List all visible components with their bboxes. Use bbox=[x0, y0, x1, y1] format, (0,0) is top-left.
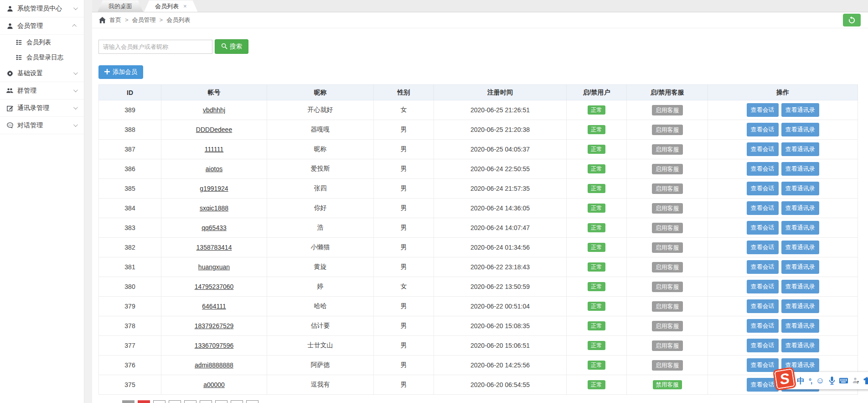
view-session-button[interactable]: 查看会话 bbox=[747, 319, 779, 333]
chinese-mode-icon[interactable]: 中 bbox=[797, 376, 805, 386]
page-button-5[interactable] bbox=[200, 400, 212, 403]
page-button-7[interactable] bbox=[231, 400, 243, 403]
view-session-button[interactable]: 查看会话 bbox=[747, 358, 779, 372]
page-prev-button[interactable] bbox=[122, 400, 134, 403]
view-contacts-button[interactable]: 查看通讯录 bbox=[781, 103, 819, 117]
user-status-badge[interactable]: 正常 bbox=[588, 380, 605, 390]
view-session-button[interactable]: 查看会话 bbox=[747, 299, 779, 313]
account-link[interactable]: 13367097596 bbox=[195, 342, 234, 349]
view-session-button[interactable]: 查看会话 bbox=[747, 221, 779, 235]
cs-status-badge[interactable]: 启用客服 bbox=[652, 282, 683, 292]
punctuation-icon[interactable]: °, bbox=[809, 377, 811, 385]
cs-status-badge[interactable]: 启用客服 bbox=[652, 105, 683, 115]
view-contacts-button[interactable]: 查看通讯录 bbox=[781, 162, 819, 176]
account-link[interactable]: a00000 bbox=[203, 381, 225, 388]
sidebar-item-2[interactable]: 会员列表 bbox=[0, 35, 84, 50]
view-session-button[interactable]: 查看会话 bbox=[747, 182, 779, 195]
search-button[interactable]: 搜索 bbox=[215, 39, 248, 54]
cs-status-badge[interactable]: 启用客服 bbox=[652, 301, 683, 312]
view-session-button[interactable]: 查看会话 bbox=[747, 241, 779, 254]
add-member-button[interactable]: 添加会员 bbox=[98, 65, 143, 79]
user-status-badge[interactable]: 正常 bbox=[588, 105, 605, 115]
view-contacts-button[interactable]: 查看通讯录 bbox=[781, 241, 819, 254]
view-contacts-button[interactable]: 查看通讯录 bbox=[781, 299, 819, 313]
account-link[interactable]: vbdhhhj bbox=[203, 106, 225, 114]
cs-status-badge[interactable]: 启用客服 bbox=[652, 340, 683, 351]
sidebar-item-7[interactable]: 对话管理 bbox=[0, 117, 84, 134]
cs-status-badge[interactable]: 启用客服 bbox=[652, 164, 683, 174]
account-link[interactable]: 111111 bbox=[205, 146, 224, 153]
cs-status-badge[interactable]: 启用客服 bbox=[652, 203, 683, 214]
account-link[interactable]: 6464111 bbox=[202, 303, 226, 310]
sidebar-item-1[interactable]: 会员管理 bbox=[0, 17, 84, 35]
view-contacts-button[interactable]: 查看通讯录 bbox=[781, 339, 819, 352]
cs-status-badge[interactable]: 启用客服 bbox=[652, 262, 683, 272]
sogou-logo[interactable]: S bbox=[773, 367, 797, 391]
view-contacts-button[interactable]: 查看通讯录 bbox=[781, 182, 819, 195]
view-session-button[interactable]: 查看会话 bbox=[747, 123, 779, 136]
user-status-badge[interactable]: 正常 bbox=[588, 184, 605, 194]
view-contacts-button[interactable]: 查看通讯录 bbox=[781, 260, 819, 274]
account-link[interactable]: 1358783414 bbox=[196, 244, 232, 251]
page-current-button[interactable] bbox=[138, 400, 150, 403]
user-status-badge[interactable]: 正常 bbox=[588, 164, 605, 174]
view-session-button[interactable]: 查看会话 bbox=[747, 162, 779, 176]
account-link[interactable]: huangxuan bbox=[198, 263, 230, 271]
tab-0[interactable]: 我的桌面 bbox=[98, 0, 143, 12]
view-session-button[interactable]: 查看会话 bbox=[747, 260, 779, 274]
page-button-6[interactable] bbox=[215, 400, 227, 403]
user-status-badge[interactable]: 正常 bbox=[588, 125, 605, 135]
user-status-badge[interactable]: 正常 bbox=[588, 282, 605, 292]
account-link[interactable]: sxqic1888 bbox=[200, 204, 228, 212]
search-input[interactable] bbox=[98, 40, 212, 54]
breadcrumb-link-1[interactable]: 会员管理 bbox=[132, 16, 156, 23]
view-session-button[interactable]: 查看会话 bbox=[747, 280, 779, 293]
user-status-badge[interactable]: 正常 bbox=[588, 302, 605, 311]
account-link[interactable]: 18379267529 bbox=[195, 322, 234, 330]
page-button-3[interactable] bbox=[169, 400, 181, 403]
user-status-badge[interactable]: 正常 bbox=[588, 341, 605, 351]
view-contacts-button[interactable]: 查看通讯录 bbox=[781, 142, 819, 156]
page-button-4[interactable] bbox=[184, 400, 196, 403]
view-session-button[interactable]: 查看会话 bbox=[747, 142, 779, 156]
sidebar-item-6[interactable]: 通讯录管理 bbox=[0, 99, 84, 117]
user-status-badge[interactable]: 正常 bbox=[588, 361, 605, 370]
user-status-badge[interactable]: 正常 bbox=[588, 204, 605, 213]
emoji-icon[interactable]: ☺ bbox=[816, 376, 824, 386]
page-button-2[interactable] bbox=[153, 400, 165, 403]
view-session-button[interactable]: 查看会话 bbox=[747, 103, 779, 117]
view-contacts-button[interactable]: 查看通讯录 bbox=[781, 123, 819, 136]
user-status-badge[interactable]: 正常 bbox=[588, 243, 605, 252]
view-session-button[interactable]: 查看会话 bbox=[747, 201, 779, 215]
cs-status-badge[interactable]: 启用客服 bbox=[652, 144, 683, 155]
view-session-button[interactable]: 查看会话 bbox=[747, 378, 779, 392]
cs-status-badge[interactable]: 启用客服 bbox=[652, 242, 683, 253]
page-button-8[interactable] bbox=[246, 400, 258, 403]
cs-status-badge[interactable]: 启用客服 bbox=[652, 360, 683, 371]
wardrobe-icon[interactable] bbox=[863, 377, 868, 384]
view-contacts-button[interactable]: 查看通讯录 bbox=[781, 221, 819, 235]
view-contacts-button[interactable]: 查看通讯录 bbox=[781, 201, 819, 215]
view-contacts-button[interactable]: 查看通讯录 bbox=[781, 280, 819, 293]
cs-status-badge[interactable]: 禁用客服 bbox=[653, 380, 682, 390]
sidebar-item-0[interactable]: 系统管理员中心 bbox=[0, 0, 84, 17]
sidebar-item-3[interactable]: 会员登录日志 bbox=[0, 50, 84, 65]
account-link[interactable]: g1991924 bbox=[200, 185, 228, 192]
cs-status-badge[interactable]: 启用客服 bbox=[652, 321, 683, 331]
tab-1[interactable]: 会员列表× bbox=[144, 0, 198, 12]
cs-status-badge[interactable]: 启用客服 bbox=[652, 183, 683, 194]
user-status-badge[interactable]: 正常 bbox=[588, 321, 605, 331]
microphone-icon[interactable] bbox=[829, 377, 835, 385]
view-session-button[interactable]: 查看会话 bbox=[747, 339, 779, 352]
sidebar-item-4[interactable]: 基础设置 bbox=[0, 65, 84, 82]
cs-status-badge[interactable]: 启用客服 bbox=[652, 223, 683, 233]
account-link[interactable]: qq65433 bbox=[202, 224, 227, 231]
user-status-badge[interactable]: 正常 bbox=[588, 223, 605, 233]
sidebar-item-5[interactable]: 群管理 bbox=[0, 82, 84, 99]
breadcrumb-link-0[interactable]: 首页 bbox=[109, 16, 121, 23]
account-link[interactable]: aiotos bbox=[206, 165, 222, 173]
view-contacts-button[interactable]: 查看通讯录 bbox=[781, 319, 819, 333]
user-status-badge[interactable]: 正常 bbox=[588, 145, 605, 154]
breadcrumb-link-2[interactable]: 会员列表 bbox=[166, 16, 190, 23]
account-link[interactable]: 14795237060 bbox=[195, 283, 234, 290]
